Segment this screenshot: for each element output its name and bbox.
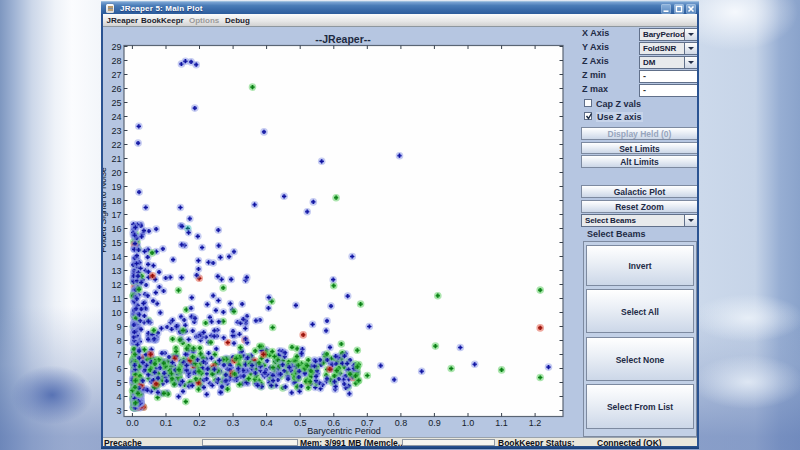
svg-text:21: 21 [111, 153, 121, 163]
svg-text:18: 18 [111, 195, 121, 205]
svg-text:5: 5 [116, 377, 121, 387]
svg-text:--JReaper--: --JReaper-- [315, 33, 371, 45]
svg-text:1.0: 1.0 [462, 418, 475, 428]
svg-text:1.2: 1.2 [529, 418, 542, 428]
svg-text:20: 20 [111, 167, 121, 177]
svg-text:24: 24 [111, 111, 121, 121]
svg-text:0.8: 0.8 [395, 418, 408, 428]
svg-text:26: 26 [111, 83, 121, 93]
svg-text:19: 19 [111, 181, 121, 191]
svg-text:Barycentric Period: Barycentric Period [307, 426, 381, 436]
svg-text:25: 25 [111, 97, 121, 107]
svg-text:9: 9 [116, 321, 121, 331]
svg-text:23: 23 [111, 125, 121, 135]
svg-text:0.4: 0.4 [260, 418, 273, 428]
svg-text:3: 3 [116, 405, 121, 415]
svg-text:7: 7 [116, 349, 121, 359]
svg-text:16: 16 [111, 223, 121, 233]
svg-text:0.9: 0.9 [428, 418, 441, 428]
svg-text:4: 4 [116, 391, 121, 401]
svg-text:17: 17 [111, 209, 121, 219]
svg-text:0.2: 0.2 [193, 418, 206, 428]
svg-text:1.1: 1.1 [495, 418, 508, 428]
svg-text:28: 28 [111, 55, 121, 65]
svg-text:0.5: 0.5 [294, 418, 307, 428]
svg-text:14: 14 [111, 251, 121, 261]
svg-text:0.1: 0.1 [160, 418, 173, 428]
svg-text:10: 10 [111, 307, 121, 317]
svg-text:13: 13 [111, 265, 121, 275]
svg-text:8: 8 [116, 335, 121, 345]
svg-text:12: 12 [111, 279, 121, 289]
svg-text:22: 22 [111, 139, 121, 149]
svg-text:11: 11 [112, 293, 121, 303]
svg-text:0.0: 0.0 [126, 418, 139, 428]
svg-text:6: 6 [116, 363, 121, 373]
svg-text:29: 29 [111, 41, 121, 51]
svg-text:0.3: 0.3 [227, 418, 240, 428]
svg-text:15: 15 [111, 237, 121, 247]
svg-text:27: 27 [111, 69, 121, 79]
